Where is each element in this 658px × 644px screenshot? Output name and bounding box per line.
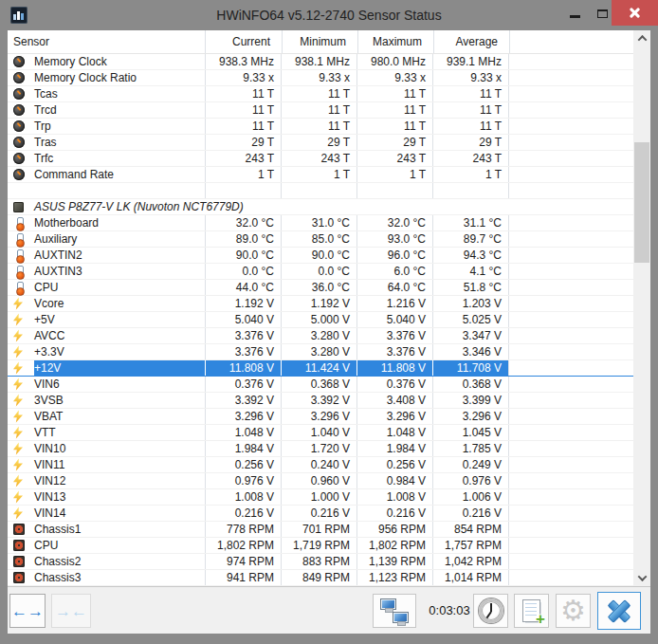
sensor-row[interactable]: Command Rate1 T1 T1 T1 T (8, 167, 633, 183)
sensor-row[interactable]: +3.3V3.376 V3.280 V3.376 V3.346 V (8, 344, 633, 360)
sensor-label: AUXTIN2 (34, 248, 205, 263)
value-cell: 1,802 RPM (205, 538, 281, 553)
sensor-row[interactable]: +12V11.808 V11.424 V11.808 V11.708 V (8, 360, 633, 377)
bolt-icon (13, 330, 23, 342)
gauge-icon (13, 169, 25, 180)
value-cell: 938.3 MHz (205, 54, 281, 69)
sensor-row[interactable]: +5V5.040 V5.000 V5.040 V5.025 V (8, 312, 633, 328)
value-cell: 3.408 V (356, 393, 432, 408)
sensor-row[interactable]: Tras29 T29 T29 T29 T (8, 135, 633, 151)
bottom-toolbar: ←→ →← 0:03:03 ⚙ (8, 586, 650, 634)
sensor-label: +12V (34, 360, 205, 376)
column-header-sensor[interactable]: Sensor (8, 30, 205, 53)
sensor-row[interactable]: Motherboard32.0 °C31.0 °C32.0 °C31.1 °C (8, 215, 633, 231)
value-cell: 1,014 RPM (432, 570, 508, 585)
column-header-average[interactable]: Average (433, 30, 509, 53)
value-cell: 849 RPM (281, 570, 356, 585)
value-cell: 32.0 °C (356, 215, 432, 230)
value-cell: 941 RPM (205, 570, 281, 585)
column-header-current[interactable]: Current (205, 30, 282, 53)
scrollbar-thumb[interactable] (634, 142, 649, 263)
sensor-label: VIN10 (34, 441, 205, 456)
elapsed-time: 0:03:03 (422, 594, 477, 628)
value-cell: 3.392 V (281, 393, 356, 408)
sensor-label: Trfc (34, 151, 205, 166)
remote-monitoring-button[interactable] (373, 594, 416, 628)
column-header-maximum[interactable]: Maximum (357, 30, 433, 53)
sensor-row[interactable]: Auxiliary89.0 °C85.0 °C93.0 °C89.7 °C (8, 231, 633, 248)
bolt-icon (13, 459, 23, 471)
section-header-row[interactable]: ASUS P8Z77-V LK (Nuvoton NCT6779D) (8, 199, 633, 215)
close-button[interactable] (612, 0, 658, 26)
sensor-row[interactable]: VIN120.976 V0.960 V0.984 V0.976 V (8, 473, 633, 489)
dual-monitors-icon (380, 598, 409, 623)
sensor-row[interactable]: Tcas11 T11 T11 T11 T (8, 86, 633, 102)
value-cell: 956 RPM (356, 522, 432, 537)
thermometer-icon (13, 217, 26, 230)
sensor-table-body: Memory Clock938.3 MHz938.1 MHz980.0 MHz9… (8, 54, 633, 586)
gauge-icon (13, 104, 25, 116)
sensor-row[interactable]: Memory Clock Ratio9.33 x9.33 x9.33 x9.33… (8, 70, 633, 86)
sensor-row[interactable]: Memory Clock938.3 MHz938.1 MHz980.0 MHz9… (8, 54, 633, 70)
minimize-button[interactable] (561, 0, 588, 27)
sensor-row[interactable]: Chassis2974 RPM883 RPM1,139 RPM1,042 RPM (8, 554, 633, 570)
sensor-row[interactable]: AUXTIN30.0 °C0.0 °C6.0 °C4.1 °C (8, 264, 633, 280)
sensor-row[interactable]: VBAT3.296 V3.296 V3.296 V3.296 V (8, 409, 633, 425)
fan-icon (13, 540, 25, 551)
sensor-row[interactable]: Trcd11 T11 T11 T11 T (8, 102, 633, 119)
value-cell: 1.048 V (356, 425, 432, 440)
document-plus-icon (522, 599, 540, 622)
value-cell: 1.000 V (281, 489, 356, 505)
expand-columns-button[interactable]: ←→ (9, 594, 46, 628)
value-cell: 1.008 V (356, 489, 432, 505)
value-cell: 31.1 °C (432, 215, 508, 230)
sensor-row[interactable]: VIN131.008 V1.000 V1.008 V1.006 V (8, 489, 633, 506)
value-cell: 883 RPM (281, 554, 356, 569)
value-cell: 6.0 °C (356, 264, 432, 279)
sensor-row[interactable]: 3VSB3.392 V3.392 V3.408 V3.399 V (8, 393, 633, 409)
value-cell: 9.33 x (432, 70, 508, 85)
sensor-row[interactable]: VIN140.216 V0.216 V0.216 V0.216 V (8, 506, 633, 522)
value-cell: 89.0 °C (205, 231, 281, 247)
gauge-icon (13, 120, 25, 132)
value-cell: 1 T (432, 167, 508, 182)
sensor-row[interactable]: AVCC3.376 V3.280 V3.376 V3.347 V (8, 328, 633, 344)
value-cell: 90.0 °C (205, 248, 281, 263)
sensor-row[interactable]: VIN110.256 V0.240 V0.256 V0.249 V (8, 457, 633, 473)
value-cell: 11 T (281, 102, 356, 118)
value-cell: 3.296 V (281, 409, 356, 424)
sensor-row[interactable]: CPU1,802 RPM1,719 RPM1,802 RPM1,757 RPM (8, 538, 633, 554)
sensor-row[interactable]: Trfc243 T243 T243 T243 T (8, 151, 633, 167)
sensor-row[interactable]: AUXTIN290.0 °C90.0 °C96.0 °C94.3 °C (8, 248, 633, 264)
add-report-button[interactable] (514, 594, 549, 628)
sensor-row[interactable]: VIN101.984 V1.720 V1.984 V1.785 V (8, 441, 633, 457)
fan-icon (13, 572, 25, 583)
value-cell: 11 T (281, 86, 356, 101)
value-cell: 0.0 °C (281, 264, 356, 279)
logging-clock-button[interactable] (473, 594, 508, 628)
sensor-label: Chassis2 (34, 554, 205, 569)
vertical-scrollbar[interactable] (633, 30, 650, 586)
value-cell: 1.785 V (432, 441, 508, 456)
sensor-row[interactable]: VTT1.048 V1.040 V1.048 V1.045 V (8, 425, 633, 441)
bolt-icon (13, 346, 23, 359)
value-cell: 1.203 V (432, 296, 508, 311)
value-cell: 778 RPM (205, 522, 281, 537)
sensor-row[interactable]: Trp11 T11 T11 T11 T (8, 119, 633, 135)
sensor-row[interactable]: Chassis3941 RPM849 RPM1,123 RPM1,014 RPM (8, 570, 633, 586)
sensor-row[interactable]: Vcore1.192 V1.192 V1.216 V1.203 V (8, 296, 633, 312)
sensor-row[interactable]: CPU44.0 °C36.0 °C64.0 °C51.8 °C (8, 280, 633, 296)
value-cell: 3.399 V (432, 393, 508, 408)
scroll-down-button[interactable] (633, 570, 650, 586)
value-cell: 5.000 V (281, 312, 356, 327)
scroll-up-button[interactable] (633, 30, 650, 46)
value-cell: 11 T (281, 119, 356, 134)
close-sensors-button[interactable] (597, 592, 641, 630)
sensor-row[interactable]: Chassis1778 RPM701 RPM956 RPM854 RPM (8, 522, 633, 538)
column-header-minimum[interactable]: Minimum (282, 30, 357, 53)
titlebar[interactable]: HWiNFO64 v5.12-2740 Sensor Status (0, 0, 658, 30)
sensor-label: Memory Clock Ratio (34, 70, 205, 85)
sensor-row[interactable]: VIN60.376 V0.368 V0.376 V0.368 V (8, 377, 633, 393)
value-cell: 93.0 °C (356, 231, 432, 247)
value-cell: 31.0 °C (281, 215, 356, 230)
